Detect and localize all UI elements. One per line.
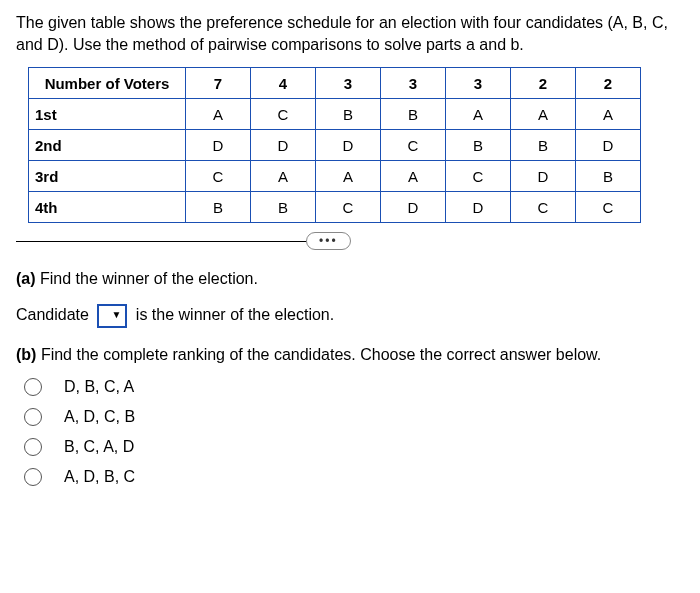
option-label: A, D, B, C [64, 468, 135, 486]
cell: D [511, 161, 576, 192]
rank-label: 2nd [29, 130, 186, 161]
answer-suffix: is the winner of the election. [136, 306, 334, 323]
cell: A [381, 161, 446, 192]
table-header-row: Number of Voters 7 4 3 3 3 2 2 [29, 68, 641, 99]
table-row: 3rd C A A A C D B [29, 161, 641, 192]
part-a-answer-line: Candidate is the winner of the election. [16, 304, 684, 328]
cell: A [446, 99, 511, 130]
table-row: 4th B B C D D C C [29, 192, 641, 223]
rank-label: 4th [29, 192, 186, 223]
part-a-label: (a) [16, 270, 36, 287]
cell: C [251, 99, 316, 130]
cell: D [251, 130, 316, 161]
voter-count: 3 [446, 68, 511, 99]
option-row[interactable]: B, C, A, D [24, 438, 684, 456]
cell: D [446, 192, 511, 223]
rank-label: 3rd [29, 161, 186, 192]
cell: B [316, 99, 381, 130]
part-a-text: Find the winner of the election. [40, 270, 258, 287]
preference-table: Number of Voters 7 4 3 3 3 2 2 1st A C B… [28, 67, 641, 223]
header-label: Number of Voters [29, 68, 186, 99]
cell: B [446, 130, 511, 161]
option-row[interactable]: A, D, C, B [24, 408, 684, 426]
cell: B [186, 192, 251, 223]
rank-label: 1st [29, 99, 186, 130]
cell: C [576, 192, 641, 223]
cell: C [446, 161, 511, 192]
candidate-dropdown[interactable] [97, 304, 127, 328]
voter-count: 3 [381, 68, 446, 99]
cell: B [381, 99, 446, 130]
voter-count: 7 [186, 68, 251, 99]
radio-icon[interactable] [24, 378, 42, 396]
cell: B [576, 161, 641, 192]
cell: C [316, 192, 381, 223]
radio-icon[interactable] [24, 468, 42, 486]
cell: A [251, 161, 316, 192]
voter-count: 2 [576, 68, 641, 99]
cell: D [316, 130, 381, 161]
voter-count: 4 [251, 68, 316, 99]
cell: A [316, 161, 381, 192]
cell: C [511, 192, 576, 223]
cell: B [251, 192, 316, 223]
option-label: A, D, C, B [64, 408, 135, 426]
cell: A [511, 99, 576, 130]
cell: C [186, 161, 251, 192]
part-a: (a) Find the winner of the election. [16, 270, 684, 288]
answer-prefix: Candidate [16, 306, 89, 323]
option-label: B, C, A, D [64, 438, 134, 456]
expand-button[interactable]: ••• [306, 232, 351, 250]
cell: D [381, 192, 446, 223]
part-b-options: D, B, C, A A, D, C, B B, C, A, D A, D, B… [16, 378, 684, 486]
cell: C [381, 130, 446, 161]
radio-icon[interactable] [24, 438, 42, 456]
cell: D [576, 130, 641, 161]
part-b-label: (b) [16, 346, 36, 363]
cell: D [186, 130, 251, 161]
radio-icon[interactable] [24, 408, 42, 426]
cell: A [576, 99, 641, 130]
problem-intro: The given table shows the preference sch… [16, 12, 684, 55]
voter-count: 2 [511, 68, 576, 99]
option-label: D, B, C, A [64, 378, 134, 396]
option-row[interactable]: A, D, B, C [24, 468, 684, 486]
cell: B [511, 130, 576, 161]
part-b-text: Find the complete ranking of the candida… [41, 346, 601, 363]
option-row[interactable]: D, B, C, A [24, 378, 684, 396]
table-row: 2nd D D D C B B D [29, 130, 641, 161]
divider: ••• [16, 241, 684, 242]
cell: A [186, 99, 251, 130]
voter-count: 3 [316, 68, 381, 99]
table-row: 1st A C B B A A A [29, 99, 641, 130]
part-b: (b) Find the complete ranking of the can… [16, 346, 684, 364]
